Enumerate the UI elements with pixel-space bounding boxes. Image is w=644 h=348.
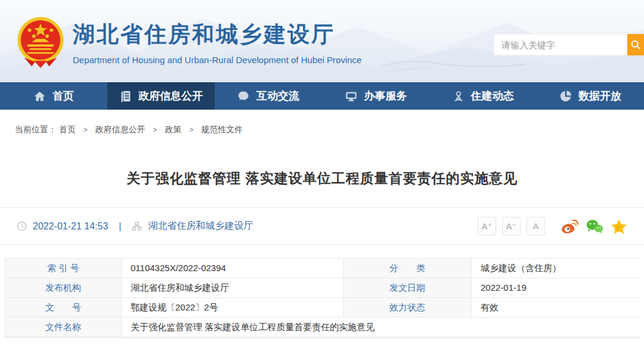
nav-item-open-data[interactable]: 数据开放 <box>537 82 644 110</box>
pie-chart-icon <box>559 90 572 102</box>
field-label-issue-date: 发文日期 <box>343 278 472 298</box>
site-title: 湖北省住房和城乡建设厅 <box>73 20 361 49</box>
china-national-emblem <box>13 14 68 69</box>
field-label-validity-status: 效力状态 <box>343 298 472 318</box>
field-label-doc-title: 文件名称 <box>5 318 122 337</box>
site-subtitle: Department of Housing and Urban-Rural De… <box>73 55 361 65</box>
field-value-issue-date: 2022-01-19 <box>472 278 640 298</box>
person-badge-icon <box>453 90 465 102</box>
nav-item-label: 住建动态 <box>471 89 514 103</box>
weibo-icon[interactable] <box>561 219 578 234</box>
source-org-icon <box>132 221 142 231</box>
breadcrumb: 当前位置： 首页 > 政府信息公开 > 政策 > 规范性文件 <box>0 110 644 135</box>
field-label-doc-number: 文 号 <box>5 298 122 318</box>
search-button[interactable] <box>627 34 644 55</box>
field-value-validity-status: 有效 <box>472 298 640 318</box>
chat-bubble-icon <box>237 90 250 102</box>
breadcrumb-item-gov-info[interactable]: 政府信息公开 <box>95 125 145 134</box>
breadcrumb-separator: > <box>189 126 193 134</box>
nav-item-label: 政府信息公开 <box>138 89 203 103</box>
nav-item-label: 数据开放 <box>578 89 621 103</box>
breadcrumb-item-normative-docs[interactable]: 规范性文件 <box>201 125 243 134</box>
nav-item-label: 互动交流 <box>256 89 299 103</box>
field-value-category: 城乡建设（含住房） <box>472 259 640 278</box>
field-label-index-number: 索 引 号 <box>5 259 122 278</box>
nav-item-home[interactable]: 首页 <box>0 82 107 110</box>
nav-item-label: 办事服务 <box>364 89 407 103</box>
site-header: 湖北省住房和城乡建设厅 Department of Housing and Ur… <box>0 0 644 82</box>
search-icon <box>630 39 642 51</box>
clock-icon <box>17 221 27 231</box>
nav-item-news[interactable]: 住建动态 <box>429 82 537 110</box>
field-label-issuing-agency: 发布机构 <box>5 278 122 298</box>
wechat-icon[interactable] <box>586 219 603 234</box>
breadcrumb-item-home[interactable]: 首页 <box>59 125 76 134</box>
home-icon <box>33 90 46 102</box>
breadcrumb-separator: > <box>153 126 157 134</box>
article-source[interactable]: 湖北省住房和城乡建设厅 <box>148 220 253 232</box>
field-label-category: 分 类 <box>343 259 472 278</box>
monitor-icon <box>345 90 358 102</box>
font-increase-button[interactable]: A⁺ <box>478 217 496 235</box>
field-value-issuing-agency: 湖北省住房和城乡建设厅 <box>122 278 343 298</box>
publish-time: 2022-01-21 14:53 <box>33 221 108 232</box>
field-value-doc-number: 鄂建设规〔2022〕2号 <box>122 298 343 318</box>
article-title: 关于强化监督管理 落实建设单位工程质量首要责任的实施意见 <box>0 169 644 188</box>
document-icon <box>119 90 132 102</box>
field-value-doc-title: 关于强化监督管理 落实建设单位工程质量首要责任的实施意见 <box>122 318 640 337</box>
site-search <box>494 34 644 55</box>
breadcrumb-item-policy[interactable]: 政策 <box>165 125 181 134</box>
article-meta-bar: 2022-01-21 14:53 | 湖北省住房和城乡建设厅 A⁺ A⁻ A <box>0 207 644 245</box>
breadcrumb-separator: > <box>83 126 88 134</box>
main-nav: 首页 政府信息公开 互动交流 办事服务 住建动态 数据开放 <box>0 82 644 110</box>
font-reset-button[interactable]: A <box>527 217 545 235</box>
nav-item-interaction[interactable]: 互动交流 <box>215 82 322 110</box>
field-value-index-number: 01104325X/2022-02394 <box>122 259 343 278</box>
breadcrumb-prefix: 当前位置： <box>15 125 57 134</box>
nav-item-services[interactable]: 办事服务 <box>322 82 429 110</box>
document-metadata-table: 索 引 号 01104325X/2022-02394 分 类 城乡建设（含住房）… <box>5 258 639 338</box>
meta-divider: | <box>119 221 121 232</box>
nav-item-gov-info[interactable]: 政府信息公开 <box>107 82 215 110</box>
font-decrease-button[interactable]: A⁻ <box>502 217 521 235</box>
search-input[interactable] <box>494 34 627 55</box>
nav-item-label: 首页 <box>52 89 74 103</box>
qzone-icon[interactable] <box>611 219 627 234</box>
